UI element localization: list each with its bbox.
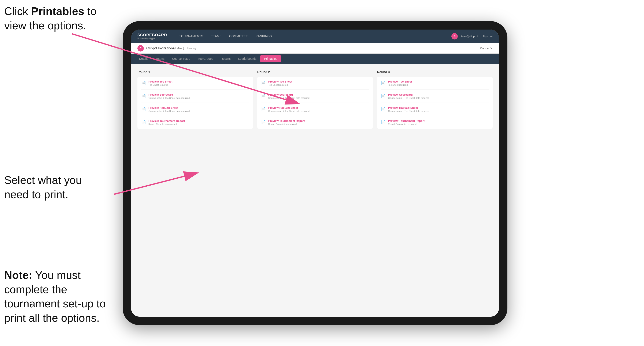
tab-details[interactable]: Details [135, 55, 152, 62]
print-item-text-r2-4: Preview Tournament ReportRound Completio… [268, 119, 305, 125]
print-item-text-r2-3: Preview Raguzzi SheetCourse setup + Tee … [268, 106, 310, 112]
print-item-r3-3[interactable]: 📄Preview Raguzzi SheetCourse setup + Tee… [381, 106, 489, 112]
tournament-badge: (Men) [178, 47, 184, 50]
divider [141, 116, 249, 116]
print-item-text-r1-3: Preview Raguzzi SheetCourse setup + Tee … [148, 106, 190, 112]
print-item-subtitle-r3-3: Course setup + Tee Sheet data required [388, 110, 429, 112]
print-item-subtitle-r1-4: Round Completion required [148, 123, 185, 125]
round-1-card: 📄Preview Tee SheetTee Sheet required📄Pre… [138, 77, 253, 129]
document-icon: 📄 [261, 94, 266, 98]
print-item-r3-1[interactable]: 📄Preview Tee SheetTee Sheet required [381, 80, 489, 86]
print-item-r1-4[interactable]: 📄Preview Tournament ReportRound Completi… [141, 119, 249, 125]
print-item-subtitle-r2-4: Round Completion required [268, 123, 305, 125]
print-item-text-r3-1: Preview Tee SheetTee Sheet required [388, 80, 412, 86]
print-item-text-r2-1: Preview Tee SheetTee Sheet required [268, 80, 292, 86]
print-item-r1-3[interactable]: 📄Preview Raguzzi SheetCourse setup + Tee… [141, 106, 249, 112]
print-item-r1-2[interactable]: 📄Preview ScorecardCourse setup + Tee She… [141, 93, 249, 99]
top-nav-items: TOURNAMENTS TEAMS COMMITTEE RANKINGS [176, 33, 452, 40]
rounds-grid: Round 1📄Preview Tee SheetTee Sheet requi… [138, 70, 492, 129]
print-item-title-r3-4: Preview Tournament Report [388, 119, 424, 122]
print-item-text-r3-4: Preview Tournament ReportRound Completio… [388, 119, 424, 125]
print-item-subtitle-r1-1: Tee Sheet required [148, 84, 172, 86]
tab-leaderboards[interactable]: Leaderboards [234, 55, 260, 62]
round-3-title: Round 3 [377, 70, 492, 74]
print-item-subtitle-r3-2: Course setup + Tee Sheet data required [388, 97, 429, 99]
round-column-1: Round 1📄Preview Tee SheetTee Sheet requi… [138, 70, 253, 129]
print-item-subtitle-r1-2: Course setup + Tee Sheet data required [148, 97, 190, 99]
print-item-subtitle-r3-4: Round Completion required [388, 123, 424, 125]
round-column-2: Round 2📄Preview Tee SheetTee Sheet requi… [257, 70, 373, 129]
print-item-r1-1[interactable]: 📄Preview Tee SheetTee Sheet required [141, 80, 249, 86]
divider [381, 103, 489, 103]
print-item-r2-1[interactable]: 📄Preview Tee SheetTee Sheet required [261, 80, 369, 86]
document-icon: 📄 [141, 80, 146, 85]
print-item-r2-4[interactable]: 📄Preview Tournament ReportRound Completi… [261, 119, 369, 125]
print-item-title-r2-3: Preview Raguzzi Sheet [268, 106, 310, 109]
app-name: SCOREBOARD [138, 33, 167, 37]
nav-item-committee[interactable]: COMMITTEE [226, 33, 252, 40]
print-item-text-r3-2: Preview ScorecardCourse setup + Tee Shee… [388, 93, 429, 99]
divider [261, 103, 369, 103]
nav-item-tournaments[interactable]: TOURNAMENTS [176, 33, 207, 40]
top-navigation: SCOREBOARD Powered by clippd TOURNAMENTS… [131, 29, 499, 43]
print-item-subtitle-r3-1: Tee Sheet required [388, 84, 412, 86]
round-1-title: Round 1 [138, 70, 253, 74]
tournament-logo-icon: C [138, 45, 144, 51]
document-icon: 📄 [141, 107, 146, 111]
document-icon: 📄 [381, 94, 386, 98]
tablet-device: SCOREBOARD Powered by clippd TOURNAMENTS… [123, 21, 508, 325]
tournament-name: Clippd Invitational [146, 46, 176, 50]
print-item-r3-4[interactable]: 📄Preview Tournament ReportRound Completi… [381, 119, 489, 125]
tournament-bar: C Clippd Invitational (Men) Hosting Canc… [131, 43, 499, 54]
tab-course-setup[interactable]: Course Setup [168, 55, 194, 62]
print-item-r3-2[interactable]: 📄Preview ScorecardCourse setup + Tee She… [381, 93, 489, 99]
print-item-title-r1-3: Preview Raguzzi Sheet [148, 106, 190, 109]
annotation-bottom: Note: You must complete the tournament s… [4, 268, 110, 325]
print-item-title-r3-3: Preview Raguzzi Sheet [388, 106, 429, 109]
divider [381, 116, 489, 116]
nav-item-teams[interactable]: TEAMS [207, 33, 226, 40]
document-icon: 📄 [261, 120, 266, 124]
cancel-button[interactable]: Cancel ✕ [480, 47, 492, 50]
document-icon: 📄 [261, 107, 266, 111]
print-item-text-r1-2: Preview ScorecardCourse setup + Tee Shee… [148, 93, 190, 99]
print-item-title-r2-4: Preview Tournament Report [268, 119, 305, 122]
print-item-r2-3[interactable]: 📄Preview Raguzzi SheetCourse setup + Tee… [261, 106, 369, 112]
print-item-title-r1-2: Preview Scorecard [148, 93, 190, 96]
top-nav-right: B blair@clippd.io Sign out [452, 33, 492, 39]
round-3-card: 📄Preview Tee SheetTee Sheet required📄Pre… [377, 77, 492, 129]
document-icon: 📄 [381, 107, 386, 111]
print-item-subtitle-r2-3: Course setup + Tee Sheet data required [268, 110, 310, 112]
sign-out-link[interactable]: Sign out [482, 35, 492, 38]
print-item-subtitle-r2-1: Tee Sheet required [268, 84, 292, 86]
nav-item-rankings[interactable]: RANKINGS [252, 33, 276, 40]
print-item-subtitle-r1-3: Course setup + Tee Sheet data required [148, 110, 190, 112]
tab-teams[interactable]: Teams [152, 55, 168, 62]
divider [141, 103, 249, 103]
app-logo: SCOREBOARD Powered by clippd [138, 33, 167, 40]
print-item-title-r2-2: Preview Scorecard [268, 93, 310, 96]
print-item-title-r3-1: Preview Tee Sheet [388, 80, 412, 83]
document-icon: 📄 [381, 80, 386, 85]
print-item-title-r2-1: Preview Tee Sheet [268, 80, 292, 83]
document-icon: 📄 [381, 120, 386, 124]
print-item-title-r1-4: Preview Tournament Report [148, 119, 185, 122]
print-item-r2-2[interactable]: 📄Preview ScorecardCourse setup + Tee She… [261, 93, 369, 99]
document-icon: 📄 [141, 94, 146, 98]
sub-navigation: Details Teams Course Setup Tee Groups Re… [131, 54, 499, 64]
print-item-title-r3-2: Preview Scorecard [388, 93, 429, 96]
tournament-status: Hosting [187, 47, 196, 50]
user-avatar: B [452, 33, 458, 39]
print-item-text-r2-2: Preview ScorecardCourse setup + Tee Shee… [268, 93, 310, 99]
print-item-text-r3-3: Preview Raguzzi SheetCourse setup + Tee … [388, 106, 429, 112]
annotation-top: Click Printables toview the options. [4, 4, 96, 33]
tab-tee-groups[interactable]: Tee Groups [194, 55, 217, 62]
print-item-text-r1-4: Preview Tournament ReportRound Completio… [148, 119, 185, 125]
print-item-text-r1-1: Preview Tee SheetTee Sheet required [148, 80, 172, 86]
print-item-subtitle-r2-2: Course setup + Tee Sheet data required [268, 97, 310, 99]
app-tagline: Powered by clippd [138, 37, 167, 40]
tab-results[interactable]: Results [217, 55, 234, 62]
tablet-screen: SCOREBOARD Powered by clippd TOURNAMENTS… [131, 29, 499, 317]
tab-printables[interactable]: Printables [260, 55, 281, 62]
divider [261, 116, 369, 116]
